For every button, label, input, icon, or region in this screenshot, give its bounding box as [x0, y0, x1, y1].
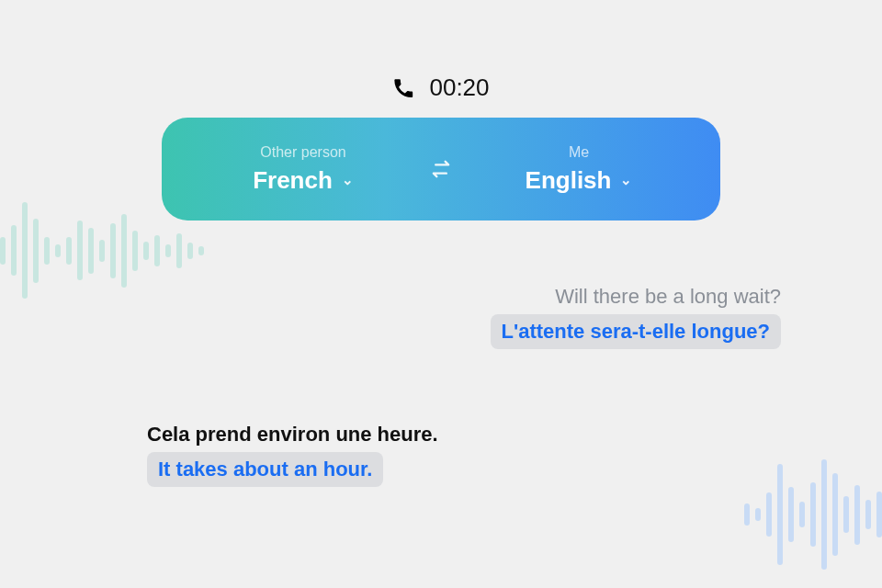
- other-person-column: Other person French ⌄: [187, 144, 419, 195]
- me-language-value: English: [526, 166, 612, 195]
- chevron-down-icon: ⌄: [620, 172, 632, 188]
- message-me: Will there be a long wait? L'attente ser…: [491, 285, 782, 349]
- swap-languages-button[interactable]: [419, 156, 463, 182]
- language-bar: Other person French ⌄ Me English ⌄: [162, 118, 720, 220]
- me-role-label: Me: [569, 144, 589, 161]
- call-timer: 00:20: [392, 74, 489, 102]
- phone-icon: [392, 77, 414, 99]
- message-other-original: Cela prend environ une heure.: [147, 423, 438, 447]
- other-person-role-label: Other person: [260, 144, 345, 161]
- message-me-original: Will there be a long wait?: [491, 285, 782, 309]
- waveform-decoration-right: [744, 459, 882, 570]
- message-other-translated: It takes about an hour.: [147, 452, 383, 487]
- other-language-select[interactable]: French ⌄: [253, 166, 354, 195]
- chevron-down-icon: ⌄: [342, 172, 354, 188]
- message-other: Cela prend environ une heure. It takes a…: [147, 423, 438, 487]
- call-duration: 00:20: [429, 74, 489, 102]
- me-language-select[interactable]: English ⌄: [526, 166, 633, 195]
- message-me-translated: L'attente sera-t-elle longue?: [491, 314, 782, 349]
- waveform-decoration-left: [0, 202, 204, 299]
- other-language-value: French: [253, 166, 333, 195]
- me-column: Me English ⌄: [463, 144, 695, 195]
